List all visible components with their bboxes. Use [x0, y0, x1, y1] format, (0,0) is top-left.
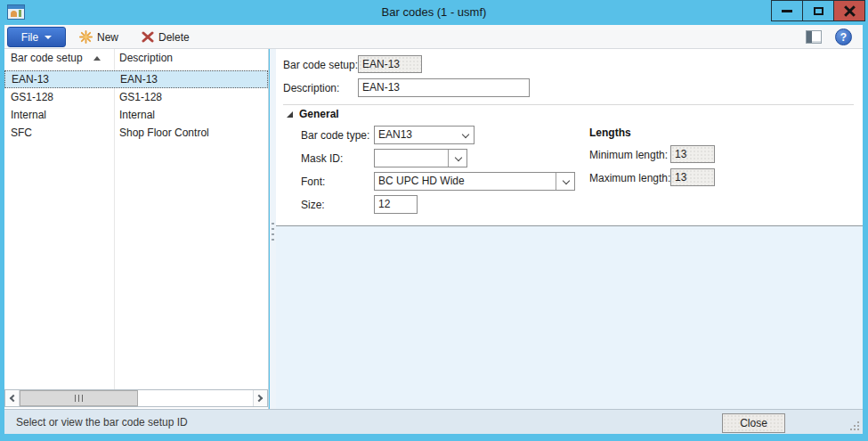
sort-ascending-icon — [93, 56, 101, 61]
size-label: Size: — [301, 199, 325, 211]
scrollbar-grip-icon — [75, 395, 83, 402]
font-label: Font: — [301, 176, 325, 188]
section-separator — [283, 104, 854, 105]
font-value: BC UPC HD Wide — [378, 175, 465, 187]
minimize-button[interactable] — [771, 0, 803, 21]
app-icon-part — [8, 5, 24, 9]
bar-code-type-combobox[interactable]: EAN13 — [374, 126, 475, 144]
column-header-bar-code-setup[interactable]: Bar code setup — [11, 52, 83, 64]
new-star-icon — [79, 30, 93, 44]
chevron-down-icon — [455, 154, 462, 161]
general-section-header[interactable]: General — [287, 107, 339, 121]
bar-code-setup-label: Bar code setup: — [283, 59, 358, 71]
mask-id-label: Mask ID: — [301, 152, 343, 165]
minimize-icon — [782, 10, 792, 12]
file-menu-label: File — [21, 31, 38, 44]
table-row[interactable]: SFC Shop Floor Control — [4, 124, 268, 142]
column-header-description[interactable]: Description — [119, 52, 173, 64]
help-icon[interactable]: ? — [835, 29, 852, 45]
lengths-group-title: Lengths — [589, 127, 631, 139]
chevron-left-icon — [10, 395, 17, 402]
app-icon — [7, 4, 25, 20]
font-combobox[interactable]: BC UPC HD Wide — [374, 172, 575, 191]
scroll-left-arrow[interactable] — [5, 390, 20, 406]
scroll-right-arrow[interactable] — [253, 390, 267, 406]
bar-code-type-label: Bar code type: — [301, 129, 369, 142]
app-icon-part — [19, 10, 21, 17]
grid-rows: EAN-13 EAN-13 GS1-128 GS1-128 Internal I… — [4, 70, 268, 142]
chevron-down-icon — [45, 36, 52, 39]
cell-setup: SFC — [11, 127, 32, 139]
delete-x-icon — [142, 31, 154, 43]
bar-code-setup-field[interactable]: EAN-13 — [358, 55, 422, 73]
cell-setup: Internal — [11, 109, 46, 121]
mask-id-combobox[interactable] — [374, 149, 467, 167]
chevron-down-icon — [462, 131, 469, 138]
cell-setup: GS1-128 — [11, 91, 53, 103]
app-icon-part — [11, 11, 17, 17]
expand-triangle-icon — [287, 111, 293, 118]
scrollbar-thumb[interactable] — [20, 390, 138, 406]
horizontal-scrollbar[interactable] — [4, 389, 268, 407]
window-title: Bar codes (1 - usmf) — [0, 0, 868, 25]
general-section-title: General — [299, 108, 339, 120]
form-empty-area — [276, 226, 863, 409]
titlebar[interactable]: Bar codes (1 - usmf) — [0, 0, 868, 25]
maximize-icon — [814, 7, 823, 15]
cell-description: Shop Floor Control — [119, 127, 209, 139]
panel-splitter[interactable] — [270, 49, 276, 409]
close-window-button[interactable] — [833, 0, 865, 21]
window-controls — [772, 0, 865, 21]
size-field[interactable]: 12 — [374, 195, 418, 214]
maximize-button[interactable] — [802, 0, 834, 21]
detail-form: Bar code setup: EAN-13 Description: EAN-… — [276, 49, 863, 409]
barcode-grid: Bar code setup Description EAN-13 EAN-13… — [4, 49, 269, 409]
grid-header: Bar code setup Description — [4, 49, 268, 69]
layout-panes-icon[interactable] — [806, 30, 822, 44]
maximum-length-field[interactable]: 13 — [670, 168, 715, 186]
cell-setup: EAN-13 — [12, 73, 49, 86]
delete-button[interactable]: Delete — [136, 27, 195, 47]
chevron-right-icon — [256, 395, 263, 402]
bar-code-type-value: EAN13 — [378, 128, 412, 141]
close-button[interactable]: Close — [722, 413, 785, 433]
status-message: Select or view the bar code setup ID — [16, 416, 188, 429]
scrollbar-track[interactable] — [20, 390, 253, 406]
statusbar: Select or view the bar code setup ID Clo… — [4, 409, 863, 434]
table-row[interactable]: Internal Internal — [4, 106, 268, 124]
app-window: Bar codes (1 - usmf) File New — [0, 0, 868, 441]
chevron-down-icon — [563, 177, 570, 184]
new-button-label: New — [97, 31, 118, 44]
maximum-length-label: Maximum length: — [589, 172, 670, 184]
table-row[interactable]: GS1-128 GS1-128 — [4, 88, 268, 106]
table-row[interactable]: EAN-13 EAN-13 — [4, 70, 268, 88]
cell-description: EAN-13 — [120, 73, 158, 86]
splitter-grip-icon — [272, 223, 274, 243]
description-label: Description: — [283, 82, 339, 94]
new-button[interactable]: New — [74, 27, 124, 47]
cell-description: Internal — [119, 109, 155, 121]
close-icon — [844, 5, 856, 17]
minimum-length-field[interactable]: 13 — [670, 145, 715, 163]
combo-separator — [448, 150, 449, 167]
resize-grip-icon[interactable] — [854, 429, 856, 430]
cell-description: GS1-128 — [119, 91, 162, 103]
description-field[interactable]: EAN-13 — [358, 78, 530, 97]
file-menu-button[interactable]: File — [7, 27, 66, 47]
delete-button-label: Delete — [158, 31, 190, 44]
combo-separator — [556, 173, 556, 190]
toolbar: File New Delete ? — [4, 25, 863, 49]
minimum-length-label: Minimum length: — [589, 149, 668, 161]
